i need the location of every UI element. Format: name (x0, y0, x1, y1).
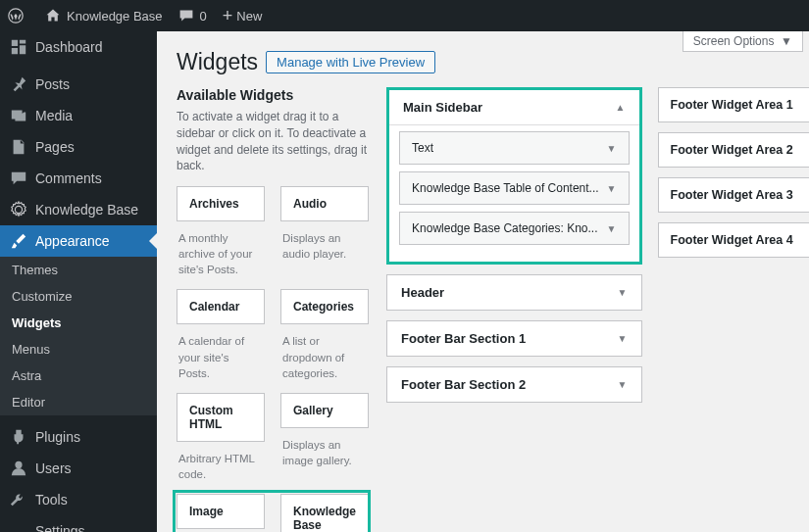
widget-desc: Displays an audio player. (280, 221, 369, 273)
widget-desc: A list or dropdown of categories. (280, 324, 369, 392)
area-toggle[interactable]: Footer Bar Section 2▼ (387, 367, 640, 402)
chevron-down-icon: ▼ (607, 223, 617, 234)
chevron-down-icon: ▼ (607, 183, 617, 194)
widget-handle[interactable]: Image (177, 494, 265, 529)
wrench-icon (10, 491, 27, 508)
placed-widget[interactable]: Knowledge Base Table of Content...▼ (399, 171, 629, 205)
sidebar-sub-widgets[interactable]: Widgets (0, 310, 157, 336)
area-toggle[interactable]: Footer Widget Area 1 (659, 88, 809, 121)
sidebar-item-tools[interactable]: Tools (0, 484, 157, 515)
gear-icon (10, 201, 27, 218)
sidebar-item-comments[interactable]: Comments (0, 163, 157, 194)
placed-widget[interactable]: Knowledge Base Categories: Kno...▼ (399, 212, 629, 245)
user-icon (10, 459, 27, 477)
area-toggle[interactable]: Footer Widget Area 3 (659, 178, 809, 212)
comment-icon (10, 169, 27, 187)
admin-toolbar: Knowledge Base 0 +New (0, 0, 809, 31)
comment-count: 0 (200, 9, 207, 24)
area-toggle[interactable]: Main Sidebar▲ (389, 90, 638, 124)
widget-handle[interactable]: Audio (280, 186, 369, 221)
page-title: Widgets Manage with Live Preview (177, 49, 789, 75)
site-name: Knowledge Base (67, 9, 163, 24)
widget-handle[interactable]: Calendar (177, 289, 265, 324)
chevron-down-icon: ▼ (618, 333, 628, 344)
svg-point-1 (15, 461, 22, 468)
sidebar-sub-astra[interactable]: Astra (0, 363, 157, 389)
main-content: Screen Options ▼ Widgets Manage with Liv… (157, 31, 809, 532)
sidebar-item-settings[interactable]: Settings (0, 515, 157, 532)
sidebar-item-knowledge-base[interactable]: Knowledge Base (0, 194, 157, 225)
widget-area: Footer Widget Area 3 (658, 177, 809, 213)
chevron-down-icon: ▼ (618, 287, 628, 298)
sidebar-item-media[interactable]: Media (0, 100, 157, 131)
available-widget: Custom HTMLArbitrary HTML code. (177, 393, 265, 494)
widget-area: Main Sidebar▲Text▼Knowledge Base Table o… (386, 87, 641, 265)
admin-sidebar: DashboardPostsMediaPagesCommentsKnowledg… (0, 31, 157, 532)
available-widget: CategoriesA list or dropdown of categori… (280, 289, 369, 392)
widget-areas: Main Sidebar▲Text▼Knowledge Base Table o… (386, 87, 809, 532)
sidebar-item-plugins[interactable]: Plugins (0, 421, 157, 453)
sidebar-sub-themes[interactable]: Themes (0, 257, 157, 283)
placed-widget[interactable]: Text▼ (399, 131, 629, 165)
available-heading: Available Widgets (177, 87, 369, 103)
dashboard-icon (10, 38, 27, 56)
widget-area: Header▼ (386, 274, 641, 311)
widget-handle[interactable]: Categories (280, 289, 369, 324)
sidebar-item-posts[interactable]: Posts (0, 69, 157, 100)
chevron-down-icon: ▼ (618, 379, 628, 390)
sidebar-item-appearance[interactable]: Appearance (0, 225, 157, 257)
available-widget: AudioDisplays an audio player. (280, 186, 369, 289)
comments-link[interactable]: 0 (171, 0, 215, 31)
page-icon (10, 138, 27, 156)
sidebar-item-pages[interactable]: Pages (0, 131, 157, 163)
widget-area: Footer Widget Area 4 (658, 222, 809, 258)
widget-handle[interactable]: Custom HTML (177, 393, 265, 442)
live-preview-button[interactable]: Manage with Live Preview (266, 51, 435, 73)
new-label: New (236, 9, 262, 24)
chevron-down-icon: ▼ (607, 143, 617, 154)
media-icon (10, 107, 27, 124)
pin-icon (10, 75, 27, 93)
wp-logo[interactable] (0, 0, 37, 31)
sidebar-item-dashboard[interactable]: Dashboard (0, 31, 157, 63)
plug-icon (10, 428, 27, 446)
widget-handle[interactable]: Archives (177, 186, 265, 221)
available-widget: Knowledge Base ArticlesA widget for disp… (280, 494, 369, 532)
widget-desc: A calendar of your site's Posts. (177, 324, 265, 392)
brush-icon (10, 232, 27, 250)
new-link[interactable]: +New (215, 0, 271, 31)
screen-options-toggle[interactable]: Screen Options ▼ (683, 31, 803, 52)
widget-handle[interactable]: Gallery (280, 393, 369, 428)
sidebar-item-users[interactable]: Users (0, 453, 157, 484)
available-widgets: Available Widgets To activate a widget d… (177, 87, 369, 532)
sidebar-sub-customize[interactable]: Customize (0, 283, 157, 310)
widget-area: Footer Widget Area 2 (658, 132, 809, 168)
area-toggle[interactable]: Header▼ (387, 275, 640, 310)
widget-desc: Displays an image gallery. (280, 428, 369, 480)
widget-area: Footer Widget Area 1 (658, 87, 809, 122)
available-widget: ArchivesA monthly archive of your site's… (177, 186, 265, 289)
available-widget: CalendarA calendar of your site's Posts. (177, 289, 265, 392)
sidebar-sub-menus[interactable]: Menus (0, 336, 157, 363)
available-widget: GalleryDisplays an image gallery. (280, 393, 369, 494)
available-desc: To activate a widget drag it to a sideba… (177, 109, 369, 174)
widget-area: Footer Bar Section 1▼ (386, 320, 641, 357)
chevron-up-icon: ▲ (616, 102, 626, 113)
area-toggle[interactable]: Footer Widget Area 2 (659, 133, 809, 167)
widget-handle[interactable]: Knowledge Base Articles (280, 494, 369, 532)
widget-desc: A monthly archive of your site's Posts. (177, 221, 265, 289)
sliders-icon (10, 522, 27, 532)
sidebar-sub-editor[interactable]: Editor (0, 389, 157, 415)
available-widget: ImageDisplays an image. (177, 494, 265, 532)
widget-area: Footer Bar Section 2▼ (386, 366, 641, 403)
area-toggle[interactable]: Footer Widget Area 4 (659, 223, 809, 257)
plus-icon: + (223, 6, 233, 26)
widget-desc: Arbitrary HTML code. (177, 442, 265, 494)
area-toggle[interactable]: Footer Bar Section 1▼ (387, 321, 640, 356)
site-name-link[interactable]: Knowledge Base (37, 0, 171, 31)
